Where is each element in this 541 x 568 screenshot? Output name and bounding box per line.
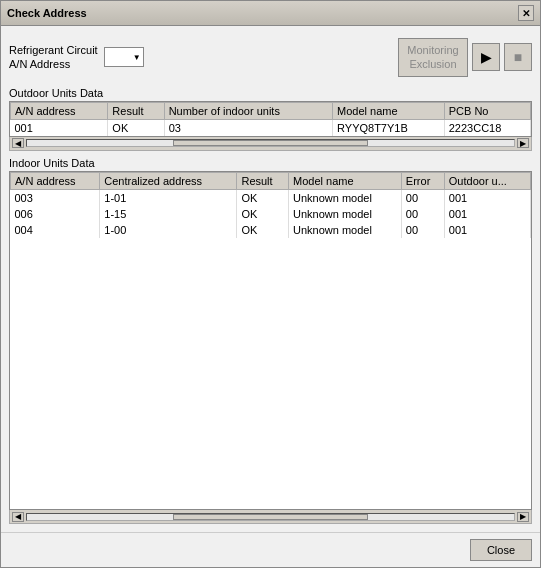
main-content: Refrigerant Circuit A/N Address ▼ Monito… <box>1 26 540 532</box>
indoor-header-row: A/N address Centralized address Result M… <box>11 172 531 189</box>
table-row: 0061-15OKUnknown model00001 <box>11 206 531 222</box>
outdoor-section-label: Outdoor Units Data <box>9 87 532 99</box>
outdoor-table-container: A/N address Result Number of indoor unit… <box>9 101 532 137</box>
play-button[interactable]: ▶ <box>472 43 500 71</box>
outdoor-col-an: A/N address <box>11 102 108 119</box>
window-title: Check Address <box>7 7 87 19</box>
outdoor-scroll-track[interactable] <box>26 139 515 147</box>
indoor-col-centralized: Centralized address <box>100 172 237 189</box>
title-bar: Check Address ✕ <box>1 1 540 26</box>
refrigerant-dropdown[interactable]: ▼ <box>104 47 144 67</box>
right-controls: Monitoring Exclusion ▶ ■ <box>398 38 532 77</box>
indoor-col-outdoor: Outdoor u... <box>444 172 530 189</box>
close-button[interactable]: Close <box>470 539 532 561</box>
outdoor-header-row: A/N address Result Number of indoor unit… <box>11 102 531 119</box>
outdoor-section: Outdoor Units Data A/N address Result Nu… <box>9 87 532 151</box>
close-title-button[interactable]: ✕ <box>518 5 534 21</box>
indoor-table-scroll[interactable]: A/N address Centralized address Result M… <box>10 172 531 372</box>
outdoor-table-scroll[interactable]: A/N address Result Number of indoor unit… <box>10 102 531 136</box>
outdoor-col-result: Result <box>108 102 164 119</box>
indoor-table-wrapper: A/N address Centralized address Result M… <box>9 171 532 510</box>
check-address-window: Check Address ✕ Refrigerant Circuit A/N … <box>0 0 541 568</box>
outdoor-table-body: 001OK03RYYQ8T7Y1B2223CC18 <box>11 119 531 136</box>
indoor-table-body: 0031-01OKUnknown model000010061-15OKUnkn… <box>11 189 531 238</box>
indoor-section-label: Indoor Units Data <box>9 157 532 169</box>
top-controls: Refrigerant Circuit A/N Address ▼ Monito… <box>9 34 532 81</box>
table-row: 0031-01OKUnknown model00001 <box>11 189 531 206</box>
outdoor-scroll-thumb <box>173 140 368 146</box>
monitoring-exclusion-button[interactable]: Monitoring Exclusion <box>398 38 468 77</box>
outdoor-col-model: Model name <box>333 102 445 119</box>
indoor-col-result: Result <box>237 172 289 189</box>
outdoor-table: A/N address Result Number of indoor unit… <box>10 102 531 136</box>
footer: Close <box>1 532 540 567</box>
outdoor-scroll-right-arrow[interactable]: ▶ <box>517 138 529 148</box>
indoor-table: A/N address Centralized address Result M… <box>10 172 531 238</box>
outdoor-scrollbar[interactable]: ◀ ▶ <box>9 137 532 151</box>
indoor-col-model: Model name <box>289 172 402 189</box>
outdoor-scroll-left-arrow[interactable]: ◀ <box>12 138 24 148</box>
indoor-scrollbar[interactable]: ◀ ▶ <box>9 510 532 524</box>
indoor-scroll-track[interactable] <box>26 513 515 521</box>
chevron-down-icon: ▼ <box>133 53 141 62</box>
indoor-col-an: A/N address <box>11 172 100 189</box>
table-row: 0041-00OKUnknown model00001 <box>11 222 531 238</box>
indoor-scroll-left-arrow[interactable]: ◀ <box>12 512 24 522</box>
outdoor-col-pcb: PCB No <box>444 102 530 119</box>
indoor-scroll-right-arrow[interactable]: ▶ <box>517 512 529 522</box>
indoor-section: Indoor Units Data A/N address Centralize… <box>9 157 532 524</box>
refrigerant-group: Refrigerant Circuit A/N Address ▼ <box>9 43 144 72</box>
outdoor-col-indoor-count: Number of indoor units <box>164 102 332 119</box>
table-row: 001OK03RYYQ8T7Y1B2223CC18 <box>11 119 531 136</box>
indoor-scroll-thumb <box>173 514 368 520</box>
indoor-col-error: Error <box>401 172 444 189</box>
refrigerant-label: Refrigerant Circuit A/N Address <box>9 43 98 72</box>
stop-button[interactable]: ■ <box>504 43 532 71</box>
